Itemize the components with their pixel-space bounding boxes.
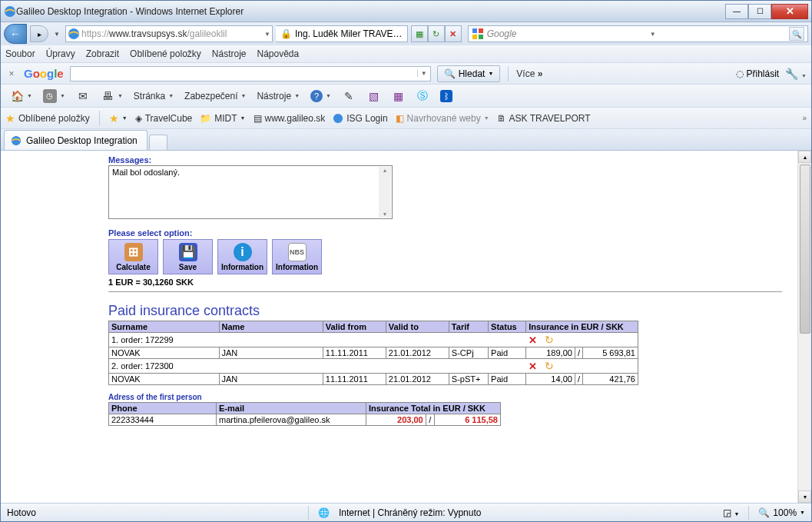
scroll-thumb[interactable] (800, 165, 810, 334)
menu-nastroje[interactable]: Nástroje (212, 48, 247, 59)
refresh-button[interactable]: ↻ (428, 25, 445, 42)
search-provider-dropdown[interactable]: ▼ (650, 31, 656, 38)
ie-small-icon (333, 113, 343, 124)
certificate-name: Ing. Luděk Miler TRAVE… (295, 28, 403, 39)
search-box[interactable]: Google ▼ 🔍 (468, 25, 808, 42)
address-bar[interactable]: https:// www.travsupsys.sk /galileoklil … (65, 25, 273, 42)
vertical-scrollbar[interactable]: ▴ ▾ (797, 151, 811, 503)
favorites-button[interactable]: ★Oblíbené položky (5, 112, 90, 125)
search-go-button[interactable]: 🔍 (789, 27, 804, 41)
fav-ask[interactable]: 🗎ASK TRAVELPORT (497, 113, 591, 124)
help-button[interactable]: ?▼ (306, 87, 336, 105)
address-row: ← ▸ ▼ https:// www.travsupsys.sk /galile… (1, 22, 811, 45)
scroll-down-icon[interactable]: ▾ (798, 490, 811, 503)
save-button[interactable]: 💾 Save (163, 239, 213, 274)
menu-napoveda[interactable]: Nápověda (257, 48, 300, 59)
reload-icon[interactable]: ↻ (545, 360, 554, 372)
star-icon: ★ (5, 112, 15, 125)
tab-ie-icon (11, 135, 22, 146)
address-table: Phone E-mail Insurance Total in EUR / SK… (108, 402, 501, 426)
contract-row-2: NOVAK JAN 11.11.2011 21.01.2012 S-pST+ P… (109, 374, 638, 385)
menu-zobrazit[interactable]: Zobrazit (86, 48, 119, 59)
zoom-icon: 🔍 (758, 507, 770, 518)
add-favorite-button[interactable]: ★▼ (109, 112, 128, 125)
maximize-button[interactable]: ☐ (748, 4, 771, 19)
print-button[interactable]: 🖶▼ (96, 87, 128, 105)
nav-forward-button[interactable]: ▸ (30, 25, 48, 42)
nav-back-button[interactable]: ← (4, 24, 27, 44)
certificate-info[interactable]: 🔒 Ing. Luděk Miler TRAVE… (276, 25, 408, 42)
calculator-icon: ⊞ (124, 243, 143, 261)
google-more-button[interactable]: Více » (516, 68, 542, 79)
google-logo: Google (24, 67, 64, 80)
information-button[interactable]: i Information (217, 239, 267, 274)
menu-soubor[interactable]: Soubor (5, 48, 35, 59)
suggested-icon: ◧ (396, 113, 404, 124)
skype-icon[interactable]: Ⓢ (411, 87, 434, 105)
calculate-button[interactable]: ⊞ Calculate (108, 239, 158, 274)
wrench-icon[interactable]: 🔧 ▼ (785, 68, 807, 80)
url-host: www.travsupsys.sk (109, 28, 187, 39)
bluetooth-icon[interactable]: ᛒ (436, 87, 457, 105)
phone-value: 222333444 (109, 414, 217, 426)
menu-upravy[interactable]: Úpravy (46, 48, 75, 59)
minimize-button[interactable]: — (725, 4, 748, 19)
th-surname: Surname (109, 321, 220, 333)
lock-icon: 🔒 (280, 28, 292, 39)
fav-isg[interactable]: ISG Login (333, 113, 387, 124)
svg-rect-5 (479, 35, 483, 39)
google-toolbar: × Google ▼ 🔍 Hledat ▼ Více » ◌ Přihlásit… (1, 62, 811, 84)
mail-icon: ✉ (76, 89, 90, 103)
page-menu[interactable]: Stránka▼ (129, 87, 178, 105)
messages-textarea[interactable]: Mail bol odoslaný. ▴▾ (108, 165, 393, 219)
rss-icon: ◷ (43, 89, 57, 103)
close-button[interactable]: ✕ (771, 4, 808, 19)
search-icon: 🔍 (444, 68, 456, 79)
reload-icon[interactable]: ↻ (545, 334, 554, 346)
fav-suggested[interactable]: ◧Navrhované weby▼ (396, 113, 489, 124)
onenote-linked-icon[interactable]: ▧ (362, 87, 385, 105)
info-icon: i (234, 243, 252, 261)
tab-active[interactable]: Galileo Desktop Integration (4, 130, 147, 150)
page-icon: ▤ (254, 113, 262, 124)
fav-midt[interactable]: 📁MIDT▼ (200, 113, 245, 124)
url-path: /galileoklil (187, 28, 227, 39)
exchange-rate: 1 EUR = 30,1260 SKK (108, 278, 782, 287)
nav-history-dropdown[interactable]: ▼ (51, 31, 62, 38)
new-tab-button[interactable] (149, 135, 167, 150)
scroll-up-icon[interactable]: ▴ (798, 151, 811, 163)
order1-label: 1. order: 172299 (109, 333, 526, 347)
delete-icon[interactable]: ✕ (529, 361, 537, 372)
th-email: E-mail (217, 403, 366, 414)
stop-button[interactable]: ✕ (445, 25, 462, 42)
fav-galileo[interactable]: ▤www.galileo.sk (254, 113, 326, 124)
home-button[interactable]: 🏠▼ (5, 87, 37, 105)
security-menu[interactable]: Zabezpečení▼ (180, 87, 250, 105)
toolbar-close-icon[interactable]: × (5, 68, 18, 79)
security-zone: Internet | Chráněný režim: Vypnuto (339, 507, 481, 518)
doc-icon: 🗎 (497, 113, 506, 124)
onenote-icon[interactable]: ▦ (386, 87, 409, 105)
delete-icon[interactable]: ✕ (529, 334, 537, 346)
svg-rect-3 (479, 28, 483, 33)
compat-button[interactable]: ▦ (411, 25, 428, 42)
total-skk: 6 115,58 (434, 414, 500, 426)
information-nbs-button[interactable]: NBS Information (272, 239, 322, 274)
protected-mode-icon[interactable]: ◲ ▼ (723, 507, 739, 518)
highlighter-icon[interactable]: ✎ (337, 87, 360, 105)
th-to: Valid to (386, 321, 449, 333)
menu-oblibene[interactable]: Oblíbené položky (130, 48, 201, 59)
favbar-overflow[interactable]: » (802, 114, 807, 122)
google-toolbar-input[interactable]: ▼ (70, 66, 431, 81)
address-dropdown-icon[interactable]: ▼ (264, 31, 270, 38)
google-search-button[interactable]: 🔍 Hledat ▼ (437, 65, 501, 82)
feeds-button[interactable]: ◷▼ (38, 87, 70, 105)
zoom-control[interactable]: 🔍100%▼ (758, 507, 805, 518)
svg-point-6 (333, 113, 343, 122)
mail-button[interactable]: ✉ (71, 87, 94, 105)
globe-icon: 🌐 (318, 507, 330, 518)
tools-menu[interactable]: Nástroje▼ (252, 87, 304, 105)
contracts-table: Surname Name Valid from Valid to Tarif S… (108, 321, 638, 385)
google-signin[interactable]: ◌ Přihlásit (736, 68, 779, 79)
fav-travelcube[interactable]: ◈TravelCube (135, 113, 193, 124)
